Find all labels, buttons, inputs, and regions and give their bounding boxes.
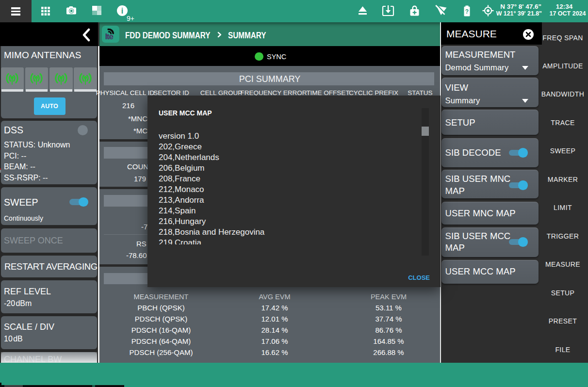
svg-text:?: ? xyxy=(465,8,469,15)
svg-text:lte: lte xyxy=(105,32,114,41)
